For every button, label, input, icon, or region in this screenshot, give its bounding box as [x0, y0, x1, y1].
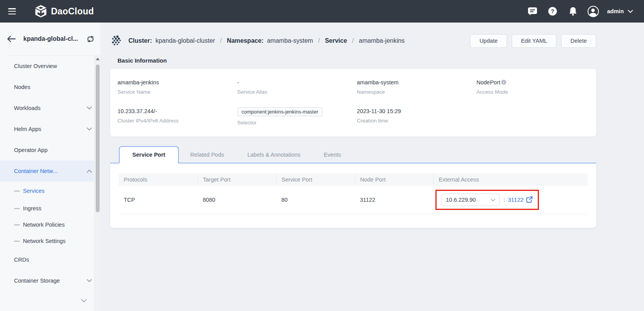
breadcrumb-service-value: amamba-jenkins — [359, 37, 404, 44]
chevron-down-icon — [87, 279, 92, 282]
back-arrow-icon[interactable] — [7, 35, 16, 42]
message-icon[interactable] — [522, 7, 542, 16]
field-access-mode: NodePorti Access Mode — [477, 79, 597, 108]
brand-name: DaoCloud — [51, 6, 94, 17]
select-chevron-down-icon — [491, 197, 495, 203]
column-node-port: Node Port — [355, 173, 433, 186]
dash-icon — [14, 224, 20, 225]
delete-button[interactable]: Delete — [561, 34, 596, 48]
cell-protocol: TCP — [119, 186, 198, 214]
basic-information-title: Basic Information — [118, 57, 596, 64]
column-target-port: Target Port — [198, 173, 276, 186]
service-port-panel: Protocols Target Port Service Port Node … — [110, 163, 596, 228]
tab-service-port[interactable]: Service Port — [119, 146, 179, 163]
field-empty — [477, 108, 597, 137]
user-avatar[interactable] — [583, 6, 603, 17]
edit-yaml-button[interactable]: Edit YAML — [512, 34, 556, 48]
top-bar: DaoCloud ? admin — [0, 0, 644, 23]
field-creation-time: 2023-11-30 15:29 Creation time — [357, 108, 477, 137]
dash-icon — [14, 208, 20, 209]
field-selector: component:jenkins-jenkins-master Selecto… — [237, 108, 357, 137]
column-external-access: External Access — [433, 173, 588, 186]
notification-bell-icon[interactable] — [563, 7, 583, 16]
breadcrumb: Cluster: kpanda-global-cluster / Namespa… — [110, 35, 405, 47]
service-port-table: Protocols Target Port Service Port Node … — [119, 173, 588, 214]
cell-service-port: 80 — [276, 186, 355, 214]
sidebar-menu: Cluster Overview Nodes Workloads Helm Ap… — [0, 56, 100, 291]
field-service-name: amamba-jenkins Service Name — [118, 79, 237, 108]
sidebar-item-services[interactable]: Services — [0, 182, 100, 200]
selector-tag: component:jenkins-jenkins-master — [237, 107, 323, 116]
breadcrumb-cluster-value[interactable]: kpanda-global-cluster — [155, 37, 215, 44]
main-content: Cluster: kpanda-global-cluster / Namespa… — [100, 23, 644, 311]
chevron-up-icon — [87, 169, 92, 173]
cell-target-port: 8080 — [198, 186, 276, 214]
dash-icon — [14, 241, 20, 242]
page-header: Cluster: kpanda-global-cluster / Namespa… — [110, 30, 596, 52]
table-header-row: Protocols Target Port Service Port Node … — [119, 173, 588, 186]
column-protocols: Protocols — [119, 173, 198, 186]
external-ip-select[interactable]: 10.6.229.90 — [441, 194, 500, 206]
port-colon: : — [504, 197, 505, 203]
field-cluster-ip: 10.233.37.244/- Cluster IPv4/IPv6 Addres… — [118, 108, 237, 137]
sidebar-item-container-network[interactable]: Container Netw... — [0, 161, 100, 182]
cell-external-access: 10.6.229.90 : 31122 — [433, 186, 588, 214]
update-button[interactable]: Update — [470, 34, 507, 48]
external-port-link[interactable]: 31122 — [508, 196, 524, 203]
chevron-down-icon — [87, 107, 92, 110]
sidebar-item-network-settings[interactable]: Network Settings — [0, 233, 100, 249]
breadcrumb-namespace-label: Namespace: — [227, 37, 263, 44]
sidebar-item-container-storage[interactable]: Container Storage — [0, 270, 100, 291]
cluster-name-title: kpanda-global-cl... — [23, 35, 84, 42]
breadcrumb-separator: / — [352, 37, 354, 44]
sidebar: kpanda-global-cl... Cluster Overview Nod… — [0, 23, 100, 311]
cell-node-port: 31122 — [355, 186, 433, 214]
daocloud-cube-icon — [34, 5, 47, 18]
sidebar-item-network-policies[interactable]: Network Policies — [0, 217, 100, 233]
sidebar-item-crds[interactable]: CRDs — [0, 249, 100, 270]
chevron-down-icon — [87, 128, 92, 131]
user-chevron-down-icon[interactable] — [628, 8, 633, 15]
help-icon[interactable]: ? — [542, 7, 563, 16]
column-service-port: Service Port — [276, 173, 355, 186]
external-link-icon[interactable] — [526, 196, 533, 203]
breadcrumb-separator: / — [318, 37, 319, 44]
svg-text:?: ? — [551, 8, 555, 14]
sidebar-item-operator-app[interactable]: Operator App — [0, 140, 100, 161]
sidebar-item-ingress[interactable]: Ingress — [0, 200, 100, 217]
brand-logo: DaoCloud — [34, 5, 94, 18]
sidebar-item-nodes[interactable]: Nodes — [0, 77, 100, 98]
field-service-alias: - Service Alias — [237, 79, 357, 108]
dash-icon — [14, 190, 20, 192]
breadcrumb-service-label[interactable]: Service — [325, 37, 347, 44]
sidebar-item-workloads[interactable]: Workloads — [0, 98, 100, 119]
info-icon[interactable]: i — [501, 80, 506, 85]
annotation-highlight-box: 10.6.229.90 : 31122 — [435, 190, 539, 210]
sidebar-item-helm-apps[interactable]: Helm Apps — [0, 119, 100, 140]
breadcrumb-namespace-value[interactable]: amamba-system — [267, 37, 313, 44]
cluster-dots-icon — [110, 35, 122, 47]
tab-events[interactable]: Events — [312, 147, 353, 163]
sidebar-item-cluster-overview[interactable]: Cluster Overview — [0, 56, 100, 77]
tab-labels-annotations[interactable]: Labels & Annotations — [236, 147, 312, 163]
username[interactable]: admin — [607, 8, 624, 14]
refresh-icon[interactable] — [87, 36, 94, 42]
detail-tabs: Service Port Related Pods Labels & Annot… — [110, 146, 596, 163]
table-row: TCP 8080 80 31122 10.6.229.90 : — [119, 186, 588, 214]
sidebar-scrollbar[interactable] — [94, 55, 100, 311]
scrollbar-thumb[interactable] — [96, 65, 100, 212]
action-buttons: Update Edit YAML Delete — [470, 34, 596, 48]
breadcrumb-separator: / — [220, 37, 221, 44]
tab-related-pods[interactable]: Related Pods — [179, 147, 236, 163]
field-namespace: amamba-system Namespace — [357, 79, 477, 108]
hamburger-menu-icon[interactable] — [8, 8, 17, 14]
basic-information-card: amamba-jenkins Service Name - Service Al… — [110, 69, 596, 136]
breadcrumb-cluster-label: Cluster: — [128, 37, 152, 44]
scrollbar-up-arrow-icon[interactable] — [96, 58, 100, 60]
scroll-more-chevron-icon — [81, 297, 87, 304]
sidebar-header: kpanda-global-cl... — [0, 23, 100, 55]
